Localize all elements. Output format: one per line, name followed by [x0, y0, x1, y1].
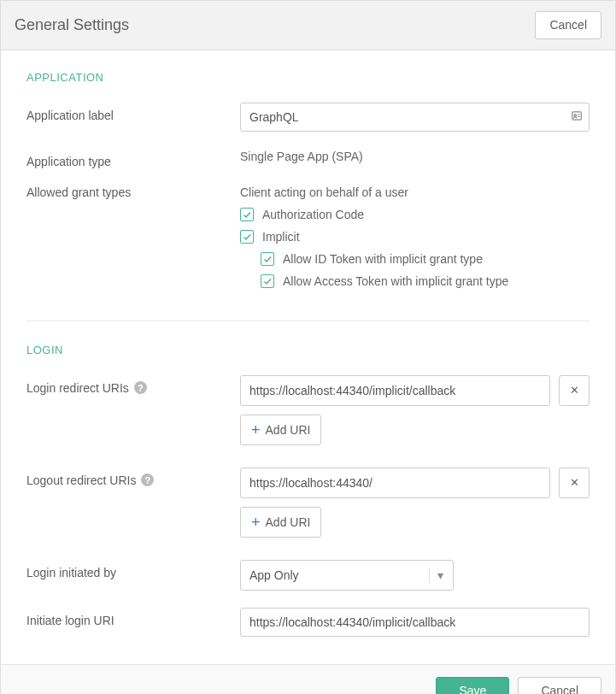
panel-body: APPLICATION Application label Applicatio…: [1, 50, 615, 664]
add-login-redirect-uri-button[interactable]: + Add URI: [240, 415, 321, 445]
checkbox-implicit[interactable]: Implicit: [240, 230, 590, 244]
checkbox-authorization-code[interactable]: Authorization Code: [240, 208, 590, 221]
cancel-button-top[interactable]: Cancel: [535, 11, 601, 39]
input-application-label[interactable]: [240, 103, 590, 132]
row-grant-types: Allowed grant types Client acting on beh…: [26, 185, 590, 297]
checkbox-allow-id-token[interactable]: Allow ID Token with implicit grant type: [261, 252, 590, 266]
select-value: App Only: [249, 568, 299, 582]
check-icon: [261, 274, 274, 288]
checkbox-label: Authorization Code: [262, 208, 364, 221]
check-icon: [240, 230, 254, 244]
cancel-button-bottom[interactable]: Cancel: [518, 677, 601, 694]
input-login-redirect-uri[interactable]: [240, 375, 550, 406]
section-divider: [26, 321, 590, 321]
close-icon: ✕: [570, 384, 579, 397]
checkbox-label: Allow Access Token with implicit grant t…: [283, 274, 508, 288]
add-logout-redirect-uri-button[interactable]: + Add URI: [240, 507, 321, 538]
checkbox-allow-access-token[interactable]: Allow Access Token with implicit grant t…: [261, 274, 590, 288]
login-redirect-uri-row: ✕: [240, 375, 590, 406]
value-application-type: Single Page App (SPA): [240, 149, 590, 163]
label-application-label: Application label: [26, 103, 240, 122]
panel-title: General Settings: [15, 16, 129, 34]
row-logout-redirect-uris: Logout redirect URIs ? ✕ + Add URI: [26, 468, 590, 538]
section-title-application: APPLICATION: [26, 71, 590, 84]
select-login-initiated-by[interactable]: App Only ▾: [240, 560, 454, 591]
checkbox-label: Allow ID Token with implicit grant type: [283, 252, 483, 266]
svg-point-1: [574, 114, 577, 116]
help-icon[interactable]: ?: [141, 473, 154, 486]
row-application-type: Application type Single Page App (SPA): [26, 149, 590, 168]
chevron-down-icon: ▾: [429, 568, 444, 583]
add-uri-label: Add URI: [266, 515, 311, 529]
row-login-initiated-by: Login initiated by App Only ▾: [26, 560, 590, 591]
label-login-initiated-by: Login initiated by: [26, 560, 240, 579]
plus-icon: +: [251, 422, 261, 438]
plus-icon: +: [251, 515, 261, 530]
label-login-redirect-uris: Login redirect URIs ?: [26, 375, 240, 395]
add-uri-label: Add URI: [266, 423, 311, 437]
input-logout-redirect-uri[interactable]: [240, 468, 550, 498]
help-icon[interactable]: ?: [134, 381, 147, 394]
panel-footer: Save Cancel: [1, 664, 615, 694]
remove-uri-button[interactable]: ✕: [559, 375, 590, 406]
contact-card-icon: [571, 109, 583, 124]
section-title-login: LOGIN: [26, 344, 590, 356]
label-grant-types: Allowed grant types: [26, 185, 240, 199]
row-initiate-login-uri: Initiate login URI: [26, 608, 590, 637]
panel-header: General Settings Cancel: [1, 1, 615, 50]
general-settings-panel: General Settings Cancel APPLICATION Appl…: [0, 0, 616, 694]
check-icon: [261, 252, 274, 266]
remove-uri-button[interactable]: ✕: [559, 468, 590, 498]
label-logout-redirect-uris: Logout redirect URIs ?: [26, 468, 240, 487]
label-initiate-login-uri: Initiate login URI: [26, 608, 240, 627]
check-icon: [240, 208, 254, 221]
grant-subheading: Client acting on behalf of a user: [240, 185, 590, 199]
row-login-redirect-uris: Login redirect URIs ? ✕ + Add URI: [26, 375, 590, 445]
save-button[interactable]: Save: [436, 677, 509, 694]
label-application-type: Application type: [26, 149, 240, 168]
input-initiate-login-uri[interactable]: [240, 608, 590, 637]
close-icon: ✕: [570, 476, 579, 489]
logout-redirect-uri-row: ✕: [240, 468, 590, 498]
checkbox-label: Implicit: [262, 230, 300, 244]
row-application-label: Application label: [26, 103, 590, 132]
